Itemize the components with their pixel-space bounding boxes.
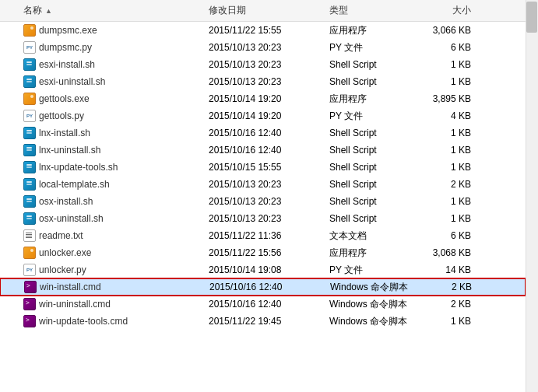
file-type: 应用程序	[323, 24, 417, 37]
col-date-header[interactable]: 修改日期	[202, 4, 323, 17]
file-date: 2015/10/13 20:23	[202, 42, 323, 53]
sh-icon	[23, 178, 36, 191]
file-type: Windows 命令脚本	[323, 315, 417, 328]
table-row[interactable]: PY unlocker.py 2015/10/14 19:08 PY 文件 14…	[0, 261, 526, 278]
file-list: 名称 ▲ 修改日期 类型 大小 dumpsmc.exe 2015/11/22 1…	[0, 0, 526, 392]
col-size-header[interactable]: 大小	[417, 4, 479, 17]
exe-icon	[23, 24, 36, 37]
scrollbar-thumb[interactable]	[526, 2, 537, 33]
file-size: 6 KB	[417, 230, 479, 241]
file-size: 4 KB	[417, 110, 479, 121]
file-type: Shell Script	[323, 196, 417, 207]
file-date: 2015/10/14 19:20	[202, 110, 323, 121]
table-row[interactable]: unlocker.exe 2015/11/22 15:56 应用程序 3,068…	[0, 244, 526, 261]
file-name-cell: lnx-install.sh	[0, 127, 202, 139]
table-row[interactable]: gettools.exe 2015/10/14 19:20 应用程序 3,895…	[0, 90, 526, 107]
file-name: osx-uninstall.sh	[39, 213, 104, 224]
file-date: 2015/10/13 20:23	[202, 196, 323, 207]
file-type: PY 文件	[323, 41, 417, 54]
file-size: 1 KB	[417, 145, 479, 156]
table-row[interactable]: osx-install.sh 2015/10/13 20:23 Shell Sc…	[0, 193, 526, 210]
file-name: win-install.cmd	[40, 282, 101, 292]
table-row[interactable]: lnx-install.sh 2015/10/16 12:40 Shell Sc…	[0, 124, 526, 142]
col-type-header[interactable]: 类型	[323, 4, 417, 17]
sh-icon	[23, 75, 36, 88]
file-name: osx-install.sh	[39, 196, 93, 207]
file-name: win-update-tools.cmd	[39, 316, 128, 327]
file-size: 6 KB	[417, 42, 479, 53]
cmd-icon	[23, 315, 36, 327]
file-name-cell: esxi-install.sh	[0, 58, 202, 71]
file-size: 2 KB	[417, 282, 480, 292]
file-type: 应用程序	[323, 247, 417, 260]
file-date: 2015/10/16 12:40	[202, 128, 323, 138]
col-name-label: 名称	[23, 4, 42, 17]
file-size: 1 KB	[417, 59, 479, 70]
table-row[interactable]: win-uninstall.cmd 2015/10/16 12:40 Windo…	[0, 296, 526, 313]
table-row[interactable]: readme.txt 2015/11/22 11:36 文本文档 6 KB	[0, 227, 526, 244]
file-date: 2015/10/13 20:23	[202, 76, 323, 87]
table-row[interactable]: local-template.sh 2015/10/13 20:23 Shell…	[0, 176, 526, 193]
file-name: esxi-uninstall.sh	[39, 76, 105, 87]
sh-icon	[23, 161, 36, 173]
file-name-cell: readme.txt	[0, 229, 202, 242]
table-row[interactable]: lnx-uninstall.sh 2015/10/16 12:40 Shell …	[0, 142, 526, 159]
file-name-cell: lnx-uninstall.sh	[0, 144, 202, 156]
table-row[interactable]: lnx-update-tools.sh 2015/10/15 15:55 She…	[0, 159, 526, 176]
file-name-cell: gettools.exe	[0, 93, 202, 105]
file-name-cell: unlocker.exe	[0, 247, 202, 259]
file-size: 1 KB	[417, 162, 479, 173]
file-name-cell: dumpsmc.exe	[0, 24, 202, 37]
file-name: dumpsmc.py	[39, 42, 92, 53]
file-name: lnx-install.sh	[39, 128, 90, 138]
file-name: readme.txt	[39, 230, 83, 241]
cmd-icon	[24, 281, 37, 293]
file-name-cell: osx-uninstall.sh	[0, 212, 202, 225]
file-size: 3,068 KB	[417, 247, 479, 258]
file-name: dumpsmc.exe	[39, 25, 97, 36]
file-date: 2015/10/14 19:20	[202, 93, 323, 104]
file-name: unlocker.exe	[39, 247, 91, 258]
file-type: Shell Script	[323, 128, 417, 138]
scrollbar[interactable]	[526, 0, 538, 392]
file-name-cell: lnx-update-tools.sh	[0, 161, 202, 173]
file-date: 2015/10/16 12:40	[202, 145, 323, 156]
table-row[interactable]: esxi-uninstall.sh 2015/10/13 20:23 Shell…	[0, 73, 526, 90]
file-type: Shell Script	[323, 162, 417, 173]
table-row[interactable]: esxi-install.sh 2015/10/13 20:23 Shell S…	[0, 56, 526, 73]
table-row[interactable]: osx-uninstall.sh 2015/10/13 20:23 Shell …	[0, 210, 526, 227]
file-size: 1 KB	[417, 196, 479, 207]
table-row[interactable]: win-install.cmd 2015/10/16 12:40 Windows…	[0, 278, 526, 296]
table-row[interactable]: PY dumpsmc.py 2015/10/13 20:23 PY 文件 6 K…	[0, 39, 526, 56]
file-size: 1 KB	[417, 316, 479, 327]
file-size: 1 KB	[417, 213, 479, 224]
file-name: esxi-install.sh	[39, 59, 95, 70]
file-name-cell: osx-install.sh	[0, 195, 202, 208]
file-name: lnx-update-tools.sh	[39, 162, 118, 173]
table-row[interactable]: win-update-tools.cmd 2015/11/22 19:45 Wi…	[0, 313, 526, 330]
py-icon: PY	[23, 41, 36, 54]
file-name-cell: esxi-uninstall.sh	[0, 75, 202, 88]
col-name-header[interactable]: 名称 ▲	[0, 4, 202, 17]
sh-icon	[23, 144, 36, 156]
txt-icon	[23, 229, 36, 242]
file-list-container: 名称 ▲ 修改日期 类型 大小 dumpsmc.exe 2015/11/22 1…	[0, 0, 526, 392]
table-row[interactable]: PY gettools.py 2015/10/14 19:20 PY 文件 4 …	[0, 107, 526, 124]
exe-icon	[23, 93, 36, 105]
file-size: 14 KB	[417, 264, 479, 275]
file-name-cell: PY gettools.py	[0, 110, 202, 122]
py-icon: PY	[23, 264, 36, 276]
file-name-cell: win-uninstall.cmd	[0, 298, 202, 310]
file-type: PY 文件	[323, 264, 417, 277]
sh-icon	[23, 195, 36, 208]
file-type: Shell Script	[323, 76, 417, 87]
sh-icon	[23, 127, 36, 139]
file-date: 2015/11/22 15:55	[202, 25, 323, 36]
file-type: 文本文档	[323, 229, 417, 243]
file-name: gettools.exe	[39, 93, 90, 104]
table-row[interactable]: dumpsmc.exe 2015/11/22 15:55 应用程序 3,066 …	[0, 22, 526, 39]
file-date: 2015/10/13 20:23	[202, 179, 323, 190]
file-date: 2015/10/16 12:40	[203, 282, 324, 292]
file-date: 2015/11/22 15:56	[202, 247, 323, 258]
file-date: 2015/11/22 19:45	[202, 316, 323, 327]
